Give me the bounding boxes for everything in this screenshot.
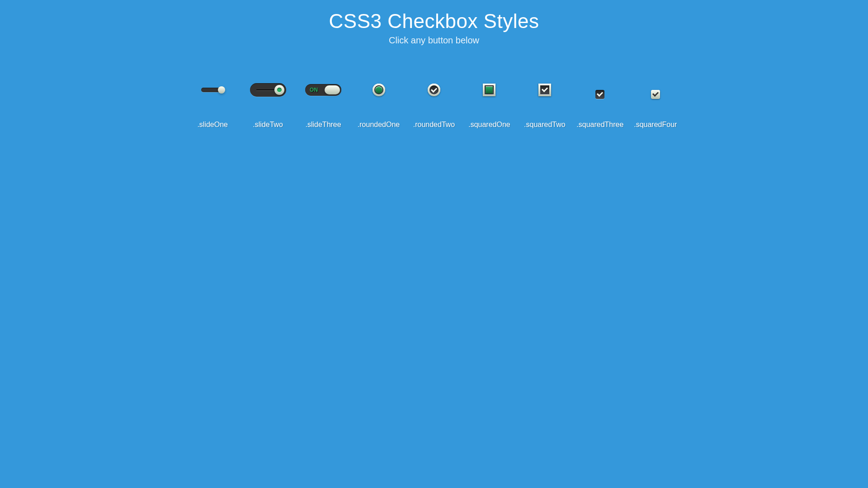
squared-two-checkbox[interactable]	[538, 84, 551, 96]
slide-three-knob[interactable]	[325, 85, 340, 94]
page-title: CSS3 Checkbox Styles	[0, 10, 868, 33]
slide-three-toggle[interactable]: ON	[305, 84, 341, 96]
demo-label: .roundedTwo	[407, 121, 461, 129]
slide-three-on-text: ON	[310, 84, 318, 96]
demo-rounded-two: .roundedTwo	[407, 77, 461, 129]
demo-label: .roundedOne	[352, 121, 406, 129]
squared-two-inner[interactable]	[540, 85, 549, 94]
demo-squared-three: .squaredThree	[573, 77, 627, 129]
demo-slide-three: ON .slideThree	[297, 77, 350, 129]
slide-one-toggle[interactable]	[201, 88, 224, 92]
squared-one-checkbox[interactable]	[483, 84, 495, 96]
slide-two-knob[interactable]	[274, 85, 284, 95]
checkbox-gallery: .slideOne .slideTwo ON .slideThree	[172, 77, 696, 129]
demo-squared-four: .squaredFour	[629, 77, 682, 129]
slide-two-toggle[interactable]	[250, 83, 286, 97]
rounded-one-checkbox[interactable]	[373, 84, 385, 96]
squared-four-inner[interactable]	[651, 90, 660, 99]
page-subtitle: Click any button below	[0, 35, 868, 46]
demo-label: .slideOne	[186, 121, 239, 129]
demo-squared-one: .squaredOne	[462, 77, 516, 129]
demo-label: .slideTwo	[241, 121, 295, 129]
demo-slide-two: .slideTwo	[241, 77, 295, 129]
demo-label: .squaredTwo	[518, 121, 571, 129]
demo-rounded-one: .roundedOne	[352, 77, 406, 129]
rounded-two-inner[interactable]	[429, 85, 439, 94]
squared-three-inner[interactable]	[595, 90, 604, 99]
demo-slide-one: .slideOne	[186, 77, 239, 129]
demo-label: .slideThree	[297, 121, 350, 129]
rounded-one-inner[interactable]	[374, 85, 383, 94]
demo-label: .squaredFour	[629, 121, 682, 129]
rounded-two-checkbox[interactable]	[428, 84, 440, 96]
demo-squared-two: .squaredTwo	[518, 77, 571, 129]
slide-one-knob[interactable]	[218, 86, 225, 94]
squared-one-inner[interactable]	[485, 85, 494, 94]
demo-label: .squaredThree	[573, 121, 627, 129]
demo-label: .squaredOne	[462, 121, 516, 129]
